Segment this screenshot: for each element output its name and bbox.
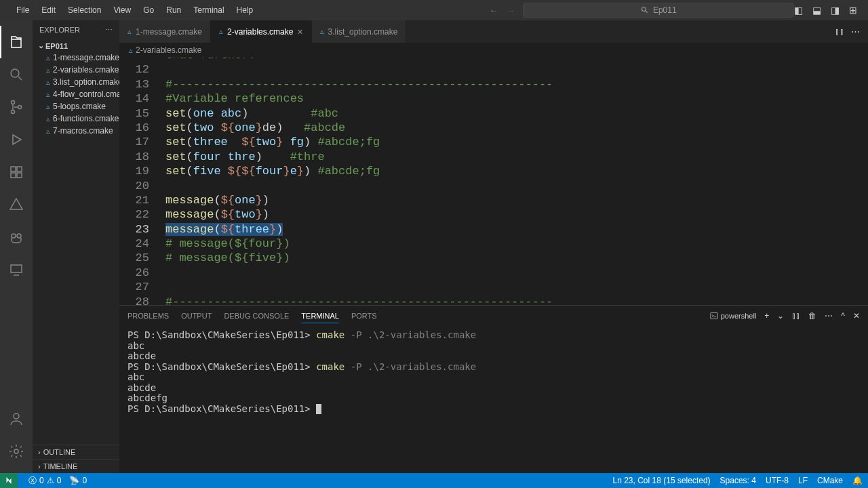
menu-edit[interactable]: Edit	[36, 3, 61, 18]
cmake-file-icon: ▵	[320, 27, 324, 36]
split-terminal-icon[interactable]: ⫿⫿	[792, 311, 800, 321]
chevron-down-icon: ⌄	[38, 41, 44, 50]
extensions-icon[interactable]	[0, 156, 33, 188]
menu-view[interactable]: View	[108, 3, 136, 18]
titlebar: File Edit Selection View Go Run Terminal…	[0, 0, 868, 20]
close-panel-icon[interactable]: ✕	[853, 311, 860, 321]
panel-tab-ports[interactable]: PORTS	[351, 309, 377, 323]
folder-header[interactable]: ⌄ EP011	[33, 40, 119, 52]
svg-rect-9	[11, 173, 16, 178]
cmake-icon[interactable]	[0, 188, 33, 221]
remote-indicator[interactable]	[0, 473, 18, 488]
panel-tab-problems[interactable]: PROBLEMS	[127, 309, 169, 323]
status-ports[interactable]: 📡 0	[69, 476, 87, 485]
cmake-file-icon: ▵	[46, 115, 50, 123]
svg-rect-17	[711, 313, 718, 319]
sidebar: EXPLORER ⋯ ⌄ EP011 ▵1-message.cmake ▵2-v…	[33, 20, 119, 473]
svg-point-0	[642, 7, 646, 12]
copilot-icon[interactable]	[0, 221, 33, 253]
file-item[interactable]: ▵3.list_option.cmake	[33, 76, 119, 88]
svg-rect-7	[11, 167, 16, 171]
svg-point-2	[11, 69, 19, 77]
cmake-file-icon: ▵	[46, 54, 50, 62]
maximize-panel-icon[interactable]: ^	[841, 311, 845, 321]
menu-help[interactable]: Help	[231, 3, 259, 18]
status-language[interactable]: CMake	[817, 476, 843, 485]
line-gutter: 121314151617181920212223242526272829	[119, 58, 161, 305]
menu-go[interactable]: Go	[138, 3, 159, 18]
file-item[interactable]: ▵7-macros.cmake	[33, 125, 119, 137]
chevron-right-icon: ›	[38, 448, 41, 456]
file-item[interactable]: ▵4-flow_control.cmake	[33, 88, 119, 100]
status-notifications-icon[interactable]: 🔔	[852, 476, 863, 485]
new-terminal-icon[interactable]: +	[764, 311, 769, 321]
svg-point-16	[14, 449, 18, 453]
svg-point-11	[12, 234, 16, 238]
terminal-icon	[710, 312, 718, 320]
menu-selection[interactable]: Selection	[62, 3, 106, 18]
editor-tab[interactable]: ▵2-variables.cmake×	[211, 20, 312, 43]
terminal-dropdown-icon[interactable]: ⌄	[777, 311, 784, 321]
status-encoding[interactable]: UTF-8	[766, 476, 789, 485]
panel-tab-output[interactable]: OUTPUT	[181, 309, 212, 323]
terminal-content[interactable]: PS D:\Sandbox\CMakeSeries\Ep011> cmake -…	[119, 326, 868, 473]
code-editor[interactable]: 121314151617181920212223242526272829 tha…	[119, 58, 868, 305]
nav-forward-icon[interactable]: →	[506, 5, 515, 16]
editor-area: ▵1-message.cmake ▵2-variables.cmake× ▵3.…	[119, 20, 868, 473]
nav-back-icon[interactable]: ←	[489, 5, 498, 16]
status-errors[interactable]: ⓧ 0 ⚠ 0	[28, 475, 61, 487]
svg-line-3	[18, 77, 22, 80]
close-icon[interactable]: ×	[297, 26, 302, 37]
file-item[interactable]: ▵2-variables.cmake	[33, 64, 119, 76]
menu-terminal[interactable]: Terminal	[188, 3, 229, 18]
editor-tab[interactable]: ▵3.list_option.cmake	[312, 20, 407, 43]
remote-explorer-icon[interactable]	[0, 253, 33, 286]
search-icon	[641, 6, 649, 14]
cmake-file-icon: ▵	[127, 27, 132, 36]
breadcrumb[interactable]: ▵ 2-variables.cmake	[119, 43, 868, 58]
editor-tabs: ▵1-message.cmake ▵2-variables.cmake× ▵3.…	[119, 20, 868, 43]
layout-customize-icon[interactable]: ⊞	[849, 5, 857, 16]
editor-tab[interactable]: ▵1-message.cmake	[119, 20, 211, 43]
split-editor-icon[interactable]: ⫿⫿	[835, 26, 844, 37]
svg-rect-10	[17, 173, 22, 178]
sidebar-more-icon[interactable]: ⋯	[105, 26, 113, 35]
file-item[interactable]: ▵5-loops.cmake	[33, 100, 119, 113]
status-indentation[interactable]: Spaces: 4	[720, 476, 756, 485]
cmake-file-icon: ▵	[46, 90, 50, 99]
editor-more-icon[interactable]: ⋯	[851, 26, 860, 37]
accounts-icon[interactable]	[0, 403, 33, 435]
layout-sidebar-right-icon[interactable]: ◨	[831, 5, 840, 16]
svg-point-15	[14, 413, 19, 419]
source-control-icon[interactable]	[0, 91, 33, 123]
panel-tab-terminal[interactable]: TERMINAL	[301, 309, 339, 323]
settings-icon[interactable]	[0, 435, 33, 468]
status-bar: ⓧ 0 ⚠ 0 📡 0 Ln 23, Col 18 (15 selected) …	[0, 473, 868, 488]
layout-sidebar-left-icon[interactable]: ◧	[794, 5, 803, 16]
file-item[interactable]: ▵1-message.cmake	[33, 52, 119, 64]
status-cursor-position[interactable]: Ln 23, Col 18 (15 selected)	[613, 476, 711, 485]
chevron-right-icon: ›	[38, 462, 41, 470]
file-tree: ▵1-message.cmake ▵2-variables.cmake ▵3.l…	[33, 52, 119, 445]
panel-tabs: PROBLEMS OUTPUT DEBUG CONSOLE TERMINAL P…	[119, 306, 868, 326]
menu-file[interactable]: File	[11, 3, 35, 18]
search-icon[interactable]	[0, 58, 33, 91]
menu-run[interactable]: Run	[161, 3, 186, 18]
timeline-section[interactable]: ›TIMELINE	[33, 459, 119, 473]
terminal-shell-label[interactable]: powershell	[710, 312, 757, 320]
file-item[interactable]: ▵6-functions.cmake	[33, 113, 119, 125]
kill-terminal-icon[interactable]: 🗑	[808, 311, 816, 321]
code-content[interactable]: that further.#--------------------------…	[161, 58, 868, 305]
panel-tab-debug-console[interactable]: DEBUG CONSOLE	[224, 309, 289, 323]
panel-more-icon[interactable]: ⋯	[825, 311, 833, 321]
status-eol[interactable]: LF	[798, 476, 808, 485]
svg-point-5	[12, 110, 15, 114]
layout-panel-icon[interactable]: ⬓	[812, 5, 821, 16]
explorer-icon[interactable]	[0, 26, 33, 58]
cmake-file-icon: ▵	[129, 46, 133, 55]
command-center[interactable]: Ep011	[523, 3, 794, 18]
cmake-file-icon: ▵	[219, 27, 223, 36]
sidebar-title: EXPLORER	[39, 26, 80, 35]
run-debug-icon[interactable]	[0, 123, 33, 156]
outline-section[interactable]: ›OUTLINE	[33, 445, 119, 459]
